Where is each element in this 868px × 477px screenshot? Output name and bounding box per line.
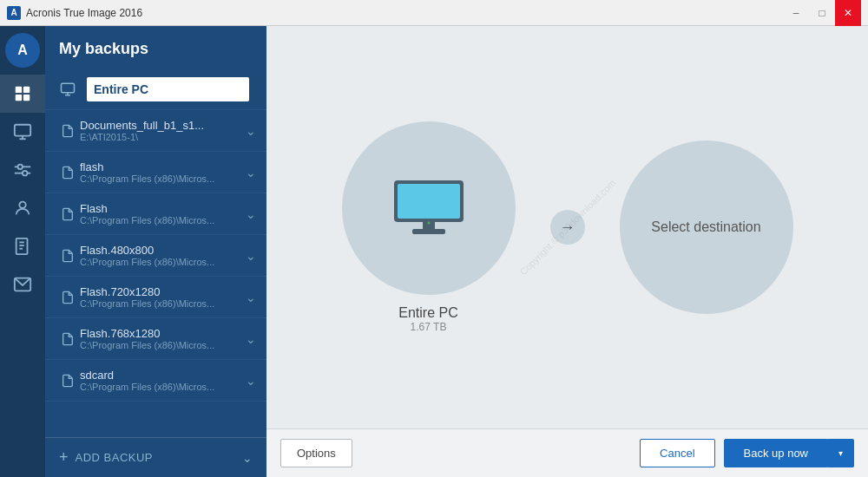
title-bar: A Acronis True Image 2016 – □ ✕ [0, 0, 868, 26]
account-nav-icon [13, 199, 32, 218]
sidebar-item-entire-pc[interactable] [45, 69, 266, 110]
file-icon [61, 123, 75, 139]
doc-icon-2 [56, 206, 80, 222]
doc-icon-3 [56, 248, 80, 264]
nav-help[interactable] [0, 227, 45, 265]
item-chevron-1[interactable]: ⌄ [246, 166, 256, 180]
footer-chevron-icon: ⌄ [242, 451, 253, 465]
mail-nav-icon [13, 275, 32, 294]
item-text-0: Documents_full_b1_s1... E:\ATI2015-1\ [80, 119, 246, 142]
nav-mail[interactable] [0, 265, 45, 304]
doc-icon-5 [56, 331, 80, 347]
monitor-illustration [390, 176, 468, 237]
pc-illustration [390, 176, 468, 237]
doc-icon-0 [56, 123, 80, 139]
entire-pc-input[interactable] [87, 77, 249, 101]
backup-chevron-button[interactable]: ▾ [828, 439, 854, 467]
source-container: Entire PC 1.67 TB [342, 121, 516, 333]
sidebar-list: Documents_full_b1_s1... E:\ATI2015-1\ ⌄ … [45, 69, 266, 437]
backup-nav-icon [13, 84, 32, 103]
file-icon-4 [61, 290, 75, 305]
source-circle[interactable] [342, 121, 516, 295]
app-logo: A [5, 33, 40, 68]
item-chevron-3[interactable]: ⌄ [246, 249, 256, 263]
pc-icon [60, 82, 76, 97]
backup-dropdown-icon: ▾ [838, 448, 843, 458]
item-chevron-6[interactable]: ⌄ [246, 374, 256, 388]
svg-rect-2 [16, 95, 22, 101]
item-chevron-0[interactable]: ⌄ [246, 124, 256, 138]
item-text-6: sdcard C:\Program Files (x86)\Micros... [80, 369, 246, 392]
svg-rect-19 [62, 83, 75, 93]
options-button[interactable]: Options [280, 439, 352, 467]
svg-point-26 [427, 222, 430, 225]
sidebar-item-icon [56, 82, 80, 97]
source-label: Entire PC [398, 305, 457, 321]
doc-icon-6 [56, 373, 80, 389]
plus-icon: + [59, 448, 69, 467]
item-chevron-2[interactable]: ⌄ [246, 207, 256, 221]
title-bar-left: A Acronis True Image 2016 [7, 6, 142, 20]
file-icon-2 [61, 206, 75, 222]
item-text-1: flash C:\Program Files (x86)\Micros... [80, 160, 246, 184]
item-text-4: Flash.720x1280 C:\Program Files (x86)\Mi… [80, 285, 246, 309]
doc-icon-1 [56, 165, 80, 180]
nav-backup[interactable] [0, 75, 45, 113]
bottom-bar: Options Cancel Back up now ▾ [266, 428, 868, 477]
source-label-group: Entire PC 1.67 TB [398, 305, 457, 333]
help-nav-icon [13, 237, 32, 256]
item-chevron-4[interactable]: ⌄ [246, 291, 256, 304]
minimize-button[interactable]: – [783, 0, 809, 26]
sidebar-item-flash720[interactable]: Flash.720x1280 C:\Program Files (x86)\Mi… [45, 277, 266, 318]
dest-circle[interactable]: Select destination [620, 140, 793, 314]
main-area: Copyright © p30download.com [266, 26, 868, 428]
item-chevron-5[interactable]: ⌄ [246, 332, 256, 346]
arrow-circle: → [550, 210, 585, 245]
tools-nav-icon [13, 160, 32, 180]
svg-rect-25 [412, 229, 445, 234]
sidebar-item-sdcard[interactable]: sdcard C:\Program Files (x86)\Micros... … [45, 360, 266, 402]
dest-label: Select destination [651, 218, 760, 237]
cancel-button[interactable]: Cancel [640, 439, 714, 467]
file-icon-3 [61, 248, 75, 264]
sidebar-item-flash2[interactable]: Flash C:\Program Files (x86)\Micros... ⌄ [45, 193, 266, 235]
svg-point-8 [23, 171, 28, 176]
nav-tools[interactable] [0, 151, 45, 189]
nav-account[interactable] [0, 189, 45, 227]
app-body: A [0, 26, 868, 477]
svg-point-7 [18, 165, 23, 170]
sidebar-item-flash768[interactable]: Flash.768x1280 C:\Program Files (x86)\Mi… [45, 318, 266, 360]
sidebar-item-flash1[interactable]: flash C:\Program Files (x86)\Micros... ⌄ [45, 152, 266, 193]
add-backup-label: ADD BACKUP [76, 451, 154, 464]
item-text-2: Flash C:\Program Files (x86)\Micros... [80, 202, 246, 225]
doc-icon-4 [56, 290, 80, 305]
file-icon-5 [61, 331, 75, 347]
sidebar-item-flash480[interactable]: Flash.480x800 C:\Program Files (x86)\Mic… [45, 235, 266, 277]
nav-monitor[interactable] [0, 113, 45, 151]
svg-point-13 [19, 202, 25, 208]
sidebar: My backups [45, 26, 266, 477]
item-text-3: Flash.480x800 C:\Program Files (x86)\Mic… [80, 244, 246, 267]
sidebar-title: My backups [45, 26, 266, 69]
add-backup-footer[interactable]: + ADD BACKUP ⌄ [45, 437, 266, 477]
backup-now-button[interactable]: Back up now [724, 439, 828, 467]
window-title: Acronis True Image 2016 [26, 7, 142, 19]
close-button[interactable]: ✕ [835, 0, 861, 26]
backup-button-group: Back up now ▾ [724, 439, 854, 467]
source-size: 1.67 TB [398, 321, 457, 333]
svg-rect-23 [398, 184, 460, 219]
file-icon-1 [61, 165, 75, 180]
sidebar-item-documents[interactable]: Documents_full_b1_s1... E:\ATI2015-1\ ⌄ [45, 110, 266, 152]
file-icon-6 [61, 373, 75, 389]
svg-rect-0 [16, 87, 22, 93]
icon-bar: A [0, 26, 45, 477]
item-text-5: Flash.768x1280 C:\Program Files (x86)\Mi… [80, 327, 246, 350]
app-icon: A [7, 6, 21, 20]
svg-rect-1 [23, 87, 30, 93]
monitor-nav-icon [13, 122, 32, 141]
arrow-icon: → [560, 219, 575, 237]
svg-rect-4 [15, 125, 30, 136]
maximize-button[interactable]: □ [809, 0, 835, 26]
main-content: Copyright © p30download.com [266, 26, 868, 477]
svg-rect-3 [23, 95, 30, 101]
